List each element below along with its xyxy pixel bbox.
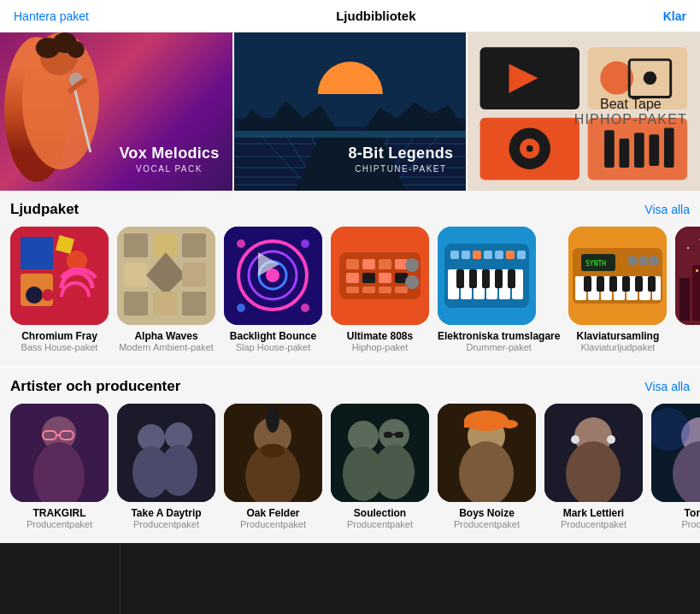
svg-rect-77	[346, 259, 359, 269]
artist-name-soulection: Soulection	[331, 507, 429, 519]
svg-rect-44	[620, 139, 630, 168]
svg-point-182	[571, 435, 579, 444]
artists-title: Artister och producenter	[10, 378, 180, 395]
pack-item-backlight-bounce[interactable]: Backlight Bounce Slap House-paket	[224, 227, 322, 352]
svg-rect-47	[664, 127, 674, 168]
vox-melodics-title: Vox Melodics	[119, 145, 219, 162]
artist-item-trakgirl[interactable]: TRAKGIRL Producentpaket	[10, 404, 109, 529]
artists-header: Artister och producenter Visa alla	[0, 378, 700, 404]
svg-rect-106	[456, 269, 464, 288]
svg-rect-83	[379, 273, 391, 283]
artist-item-tomm[interactable]: Tom M Produc...	[651, 404, 700, 529]
main-content: Vox Melodics VOCAL PACK	[0, 32, 700, 543]
pack-item-chromium-fray[interactable]: Chromium Fray Bass House-paket	[10, 227, 109, 352]
svg-rect-63	[153, 292, 177, 316]
svg-point-159	[160, 445, 197, 496]
svg-rect-25	[318, 103, 383, 108]
artist-item-soulection[interactable]: Soulection Producentpaket	[331, 404, 429, 529]
artists-see-all[interactable]: Visa alla	[644, 380, 690, 393]
svg-rect-59	[124, 263, 148, 286]
svg-rect-98	[506, 251, 515, 259]
svg-rect-127	[609, 276, 617, 292]
sound-packs-title: Ljudpaket	[10, 201, 79, 218]
svg-point-146	[687, 247, 689, 249]
hero-banner-beat-tape[interactable]: Beat Tape HIPHOP-PAKET	[468, 32, 700, 191]
sound-packs-see-all[interactable]: Visa alla	[644, 203, 690, 216]
svg-rect-43	[604, 130, 615, 168]
artist-item-marklettieri[interactable]: Mark Lettieri Producentpaket	[544, 404, 643, 529]
svg-rect-56	[124, 233, 148, 257]
svg-rect-79	[379, 259, 391, 269]
svg-text:SYNTH: SYNTH	[585, 260, 606, 268]
svg-point-116	[638, 256, 649, 266]
hero-banner-vox-melodics[interactable]: Vox Melodics VOCAL PACK	[0, 32, 234, 191]
svg-point-73	[237, 304, 245, 312]
svg-point-115	[627, 256, 638, 266]
header: Hantera paket Ljudbibliotek Klar	[0, 0, 700, 32]
pack-icon-elektroniska	[438, 227, 536, 325]
pack-subtitle-elektroniska: Drummer-paket	[438, 342, 560, 352]
artist-subtitle-soulection: Producentpaket	[331, 519, 429, 529]
pack-name-backlight-bounce: Backlight Bounce	[224, 330, 322, 342]
pack-icon-chromium-fray	[10, 227, 109, 325]
svg-point-41	[526, 145, 533, 152]
pack-subtitle-chromium-fray: Bass House-paket	[10, 342, 109, 352]
artist-subtitle-tomm: Produc...	[651, 519, 700, 529]
8bit-legends-title: 8-Bit Legends	[348, 145, 453, 162]
artist-subtitle-marklettieri: Producentpaket	[544, 519, 643, 529]
svg-rect-46	[650, 134, 660, 166]
svg-rect-45	[634, 133, 644, 168]
svg-rect-94	[462, 251, 470, 259]
pack-item-elektroniska[interactable]: Elektroniska trumslagare Drummer-paket	[438, 227, 560, 352]
artist-subtitle-takedaytrip: Producentpaket	[117, 519, 215, 529]
svg-rect-96	[484, 251, 492, 259]
artist-subtitle-trakgirl: Producentpaket	[10, 519, 109, 529]
svg-rect-58	[182, 233, 206, 257]
pack-item-alpha-waves[interactable]: Alpha Waves Modern Ambient-paket	[117, 227, 215, 352]
hero-banner-8bit-legends[interactable]: 8-Bit Legends CHIPTUNE-PAKET	[234, 32, 468, 191]
artist-photo-soulection	[331, 404, 429, 502]
artist-item-oakfelder[interactable]: Oak Felder Producentpaket	[224, 404, 322, 529]
artist-item-boysnoize[interactable]: Boys Noize Producentpaket	[438, 404, 536, 529]
pack-name-ultimate-808s: Ultimate 808s	[331, 330, 429, 342]
pack-item-skyline[interactable]: Skyline Hiphop-	[675, 227, 700, 352]
pack-item-ultimate-808s[interactable]: Ultimate 808s Hiphop-paket	[331, 227, 429, 352]
sound-packs-header: Ljudpaket Visa alla	[0, 201, 700, 227]
svg-point-177	[501, 420, 518, 428]
svg-point-74	[301, 304, 309, 312]
pack-name-skyline: Skyline	[675, 330, 700, 342]
8bit-legends-subtitle: CHIPTUNE-PAKET	[348, 164, 453, 174]
pack-icon-backlight-bounce	[224, 227, 322, 325]
vox-melodics-subtitle: VOCAL PACK	[119, 164, 219, 174]
svg-point-117	[649, 256, 659, 266]
svg-point-183	[607, 435, 615, 444]
artist-subtitle-oakfelder: Producentpaket	[224, 519, 322, 529]
svg-rect-130	[648, 276, 656, 292]
svg-point-90	[405, 275, 419, 289]
hero-banners: Vox Melodics VOCAL PACK	[0, 32, 700, 191]
svg-rect-62	[124, 292, 148, 316]
svg-rect-86	[362, 286, 375, 293]
svg-rect-129	[635, 276, 643, 292]
svg-point-72	[301, 239, 309, 248]
svg-rect-82	[362, 273, 375, 283]
bottom-bar	[0, 545, 700, 614]
svg-rect-26	[318, 109, 383, 114]
pack-icon-klaviatur: SYNTH	[568, 227, 667, 325]
svg-rect-128	[622, 276, 630, 292]
svg-rect-87	[379, 286, 391, 293]
svg-rect-109	[495, 269, 503, 288]
svg-rect-88	[395, 286, 408, 293]
svg-point-89	[405, 258, 419, 272]
artist-item-takedaytrip[interactable]: Take A Daytrip Producentpaket	[117, 404, 215, 529]
manage-packages-link[interactable]: Hantera paket	[14, 9, 89, 23]
done-button[interactable]: Klar	[663, 9, 686, 23]
pack-name-elektroniska: Elektroniska trumslagare	[438, 330, 560, 342]
svg-rect-81	[346, 273, 359, 283]
pack-subtitle-ultimate-808s: Hiphop-paket	[331, 342, 429, 352]
svg-rect-93	[450, 251, 459, 259]
svg-rect-126	[597, 276, 604, 292]
svg-point-169	[374, 445, 415, 499]
pack-item-klaviatur[interactable]: SYNTH	[568, 227, 667, 352]
sound-packs-section: Ljudpaket Visa alla	[0, 191, 700, 366]
